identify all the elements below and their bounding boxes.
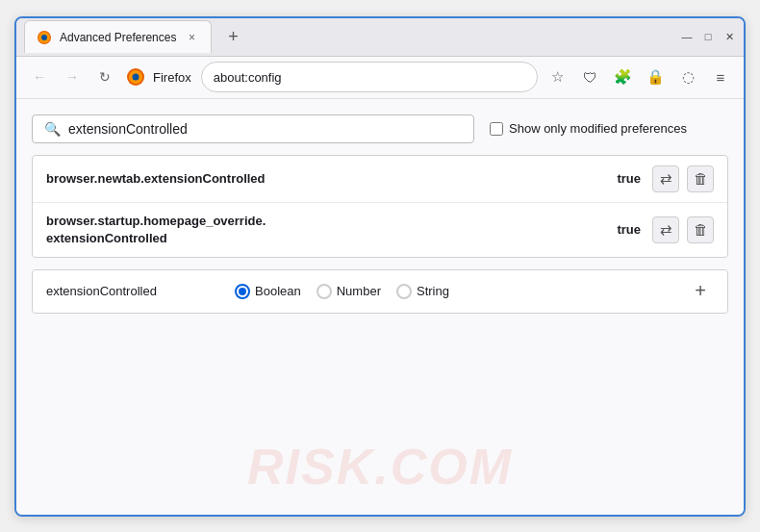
radio-number[interactable]: Number <box>317 284 381 299</box>
firefox-logo-icon <box>126 67 145 87</box>
account-icon[interactable]: ◌ <box>674 63 701 90</box>
radio-number-label: Number <box>337 284 381 298</box>
search-input[interactable] <box>68 121 462 137</box>
nav-actions: ☆ 🛡 🧩 🔒 ◌ ≡ <box>544 63 734 90</box>
radio-circle-number <box>317 284 332 299</box>
add-preference-button[interactable]: + <box>687 278 714 305</box>
reset-button-2[interactable]: ⇄ <box>652 216 679 243</box>
address-bar[interactable]: about:config <box>201 62 538 92</box>
minimize-button[interactable]: — <box>680 30 694 43</box>
forward-button[interactable]: → <box>59 63 86 90</box>
browser-tab[interactable]: Advanced Preferences × <box>24 20 212 53</box>
browser-window: Advanced Preferences × + — □ ✕ ← → ↻ Fir… <box>14 16 746 517</box>
tab-close-button[interactable]: × <box>184 30 199 45</box>
pref-actions-1: ⇄ 🗑 <box>652 165 714 192</box>
pref-name-1: browser.newtab.extensionControlled <box>46 171 605 186</box>
site-name: Firefox <box>153 70 191 85</box>
tab-title: Advanced Preferences <box>60 31 176 44</box>
shield-button[interactable]: 🛡 <box>576 63 603 90</box>
table-row: browser.newtab.extensionControlled true … <box>33 156 727 203</box>
search-area: 🔍 Show only modified preferences <box>32 114 728 143</box>
pref-value-1: true <box>617 171 641 186</box>
radio-boolean-label: Boolean <box>255 284 301 298</box>
content-area: RISK.COM 🔍 Show only modified preference… <box>16 99 744 515</box>
refresh-button[interactable]: ↻ <box>91 63 118 90</box>
close-button[interactable]: ✕ <box>722 30 736 43</box>
new-tab-button[interactable]: + <box>219 23 246 50</box>
new-pref-name: extensionControlled <box>46 284 219 298</box>
delete-button-2[interactable]: 🗑 <box>687 216 714 243</box>
show-modified-checkbox-label[interactable]: Show only modified preferences <box>490 121 687 136</box>
window-controls: — □ ✕ <box>680 30 736 43</box>
maximize-button[interactable]: □ <box>701 30 715 43</box>
menu-button[interactable]: ≡ <box>707 63 734 90</box>
watermark: RISK.COM <box>247 438 513 495</box>
new-pref-row: extensionControlled Boolean Number Strin… <box>32 269 728 314</box>
svg-point-1 <box>41 35 47 40</box>
account-button[interactable]: 🔒 <box>642 63 669 90</box>
search-wrapper[interactable]: 🔍 <box>32 114 474 143</box>
radio-circle-string <box>396 284 412 299</box>
reset-button-1[interactable]: ⇄ <box>652 165 679 192</box>
radio-boolean[interactable]: Boolean <box>235 284 301 299</box>
radio-circle-boolean <box>235 284 250 299</box>
back-button[interactable]: ← <box>26 63 53 90</box>
nav-bar: ← → ↻ Firefox about:config ☆ 🛡 🧩 🔒 ◌ ≡ <box>16 57 744 99</box>
bookmark-button[interactable]: ☆ <box>544 63 570 90</box>
pref-name-2: browser.startup.homepage_override. exten… <box>46 213 605 247</box>
svg-point-3 <box>133 74 139 81</box>
firefox-favicon <box>37 30 52 45</box>
table-row: browser.startup.homepage_override. exten… <box>33 203 727 257</box>
pref-name-2-line1: browser.startup.homepage_override. <box>46 214 266 228</box>
show-modified-checkbox[interactable] <box>490 122 503 136</box>
search-icon: 🔍 <box>44 121 61 137</box>
pref-name-2-line2: extensionControlled <box>46 231 167 245</box>
extension-button[interactable]: 🧩 <box>609 63 636 90</box>
radio-string[interactable]: String <box>396 284 449 299</box>
preferences-table: browser.newtab.extensionControlled true … <box>32 155 728 258</box>
pref-actions-2: ⇄ 🗑 <box>652 216 714 243</box>
delete-button-1[interactable]: 🗑 <box>687 165 714 192</box>
address-text: about:config <box>214 70 282 85</box>
title-bar: Advanced Preferences × + — □ ✕ <box>16 18 744 57</box>
radio-string-label: String <box>417 284 449 298</box>
show-modified-text: Show only modified preferences <box>509 121 687 136</box>
pref-value-2: true <box>617 222 641 237</box>
radio-group: Boolean Number String <box>235 284 449 299</box>
